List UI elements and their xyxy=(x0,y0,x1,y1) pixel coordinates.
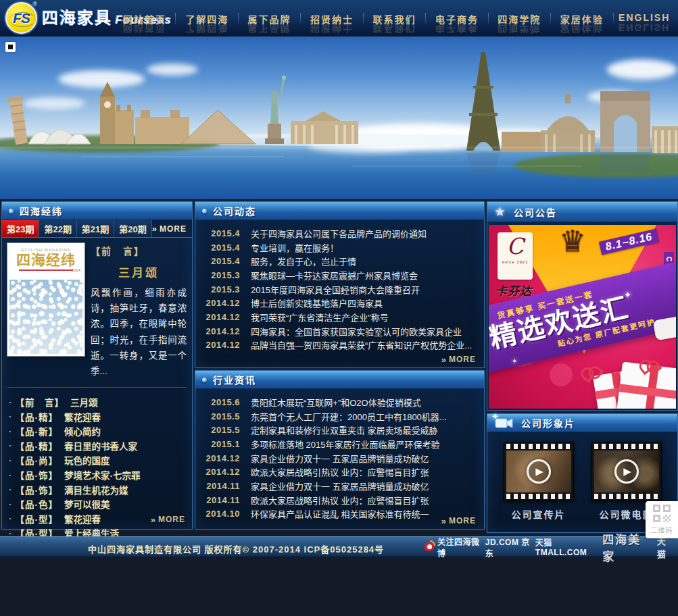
article-item[interactable]: 【品·精】春日里的书香人家 xyxy=(9,438,184,453)
bullet-icon xyxy=(202,378,207,382)
nav-item-home[interactable]: 网站首页网站首页 xyxy=(114,12,175,26)
filmstrip-holes xyxy=(594,444,659,449)
nav-item-contact[interactable]: 联系我们联系我们 xyxy=(364,12,425,26)
video-thumb-promo-film[interactable]: ▶ xyxy=(504,442,574,501)
double-chevron-icon: » xyxy=(441,517,447,525)
throne-chair-icon: ♛ xyxy=(559,225,585,258)
main-nav: 网站首页网站首页 了解四海了解四海 属下品牌属下品牌 招贤纳士招贤纳士 联系我们… xyxy=(114,7,675,34)
cover-title: 四海经纬 xyxy=(9,252,82,267)
company-news-header: 公司动态 xyxy=(195,202,484,220)
company-news-title: 公司动态 xyxy=(213,204,256,217)
news-row[interactable]: 2014.11欧派大家居战略引热议 业内：应警惕盲目扩张 xyxy=(202,493,476,507)
video-thumb-micro-movie[interactable]: ▶ xyxy=(591,442,662,501)
magazine-cover[interactable]: STYLISH MAGAZINE 四海经纬 2014 xyxy=(7,243,84,356)
article-item[interactable]: 【品·饰】梦境艺术家·七宗罪 xyxy=(9,467,184,482)
sparkle-icon: ✦ xyxy=(512,357,517,365)
video-caption-promo: 公司宣传片 xyxy=(504,507,574,521)
news-row[interactable]: 2015.4专业培训，赢在服务！ xyxy=(202,240,476,255)
nav-item-ecommerce[interactable]: 电子商务电子商务 xyxy=(426,12,487,26)
play-icon[interactable]: ▶ xyxy=(614,459,639,484)
news-row[interactable]: 2015.6贵阳红木展玩“互联网+”和O2O体验促销模式 xyxy=(202,395,476,409)
news-row[interactable]: 2015.5东莞首个无人工厂开建：2000员工中有1800机器... xyxy=(202,409,476,424)
filmstrip-holes xyxy=(594,494,659,499)
news-row[interactable]: 2015.5定制家具和装修行业双重夹击 家居卖场最受威胁 xyxy=(202,423,476,437)
tab-issue-21[interactable]: 第21期 xyxy=(77,220,114,237)
banner-placeholder-icon[interactable] xyxy=(5,42,16,52)
footer-links: 关注四海微博 JD.COM 京东 天猫 TMALL.COM 四海美家 天猫 xyxy=(425,537,674,557)
water-reflection xyxy=(600,155,650,172)
article-item[interactable]: 【品·新】倾心简约 xyxy=(9,424,184,439)
sparkle-icon: ✦ xyxy=(491,411,500,421)
colonnade-right xyxy=(652,126,678,153)
news-row[interactable]: 2015.4服务，发自于心，岂止于情 xyxy=(202,254,476,268)
company-news-list: 2015.4关于四海家具公司属下各品牌产品的调价通知 2015.4专业培训，赢在… xyxy=(195,220,484,352)
promo-bubble xyxy=(550,363,573,386)
issue-tabs: 第23期 第22期 第21期 第20期 » MORE xyxy=(2,220,192,238)
top-nav-bar: FS ® 四海家具 Fourseas 网站首页网站首页 了解四海了解四海 属下品… xyxy=(0,0,678,37)
magazine-tabs-more-link[interactable]: » MORE xyxy=(152,220,192,237)
article-item[interactable]: 【品·色】梦可以很美 xyxy=(9,496,184,511)
tmall-store-link[interactable]: 天猫 TMALL.COM xyxy=(535,536,602,557)
copyright-text: 中山四海家具制造有限公司 版权所有© 2007-2014 ICP备0502528… xyxy=(88,542,384,555)
article-item[interactable]: 【品·精】繁花迎春 xyxy=(9,409,184,424)
logo-name-cn: 四海家具 xyxy=(42,9,112,27)
magazine-panel: 四海经纬 第23期 第22期 第21期 第20期 » MORE STYLISH … xyxy=(1,201,193,530)
preface-body: 风飘作画，细雨亦成诗，抽笋吐牙，春意浓浓。四季，在眼眸中轮回；时光，在手指间流逝… xyxy=(91,285,187,379)
cover-subtitle-rule xyxy=(19,270,73,271)
footer-bar: 中山四海家具制造有限公司 版权所有© 2007-2014 ICP备0502528… xyxy=(0,536,678,558)
cover-year: 2014 xyxy=(72,268,80,272)
industry-news-panel: 行业资讯 2015.6贵阳红木展玩“互联网+”和O2O体验促销模式 2015.5… xyxy=(195,370,485,530)
nav-reflection: ENGLISH xyxy=(614,22,675,33)
weibo-link[interactable]: 关注四海微博 xyxy=(425,536,485,559)
preface-title: 三月颂 xyxy=(91,263,187,280)
news-row[interactable]: 2014.12四海家具：全国首家获国家实验室认可的欧美家具企业 xyxy=(202,324,476,338)
video-thumbnails: ▶ ▶ xyxy=(487,442,677,501)
industry-news-more-link[interactable]: » MORE xyxy=(441,516,476,525)
article-item[interactable]: 【品·尚】玩色的国度 xyxy=(9,453,184,468)
sofa-photo-fragment xyxy=(653,316,676,341)
industry-news-list: 2015.6贵阳红木展玩“互联网+”和O2O体验促销模式 2015.5东莞首个无… xyxy=(195,389,484,521)
video-camera-icon: ✦ xyxy=(494,416,514,430)
news-row[interactable]: 2015.3聚焦眼球—卡芬达家居震撼广州家具博览会 xyxy=(202,268,476,282)
tab-issue-22[interactable]: 第22期 xyxy=(39,220,76,237)
announcement-title: 公司公告 xyxy=(514,205,557,219)
nav-item-careers[interactable]: 招贤纳士招贤纳士 xyxy=(301,12,362,26)
world-landmarks-illustration xyxy=(0,37,678,199)
news-row[interactable]: 2014.12欧派大家居战略引热议 业内：应警惕盲目扩张 xyxy=(202,465,476,479)
magazine-section-title: 四海经纬 xyxy=(20,204,63,217)
promo-banner-ad[interactable]: ♛ C since 1921 卡芬达 8.1~8.16 CARPENTER 货真… xyxy=(489,225,676,409)
bullet-icon xyxy=(9,209,14,213)
nav-item-about[interactable]: 了解四海了解四海 xyxy=(176,12,237,26)
news-row[interactable]: 2014.10环保家具产品认证混乱 相关国家标准有待统一 xyxy=(202,507,476,521)
hero-banner xyxy=(0,37,678,199)
news-row[interactable]: 2014.12品牌当自强—贺四海家具荣获“广东省知识产权优势企业... xyxy=(202,338,476,353)
announcement-panel: ★ 公司公告 ♛ C since 1921 卡芬达 8.1~8.16 CARPE… xyxy=(487,201,678,411)
video-section-title: 公司形象片 xyxy=(521,416,575,430)
news-row[interactable]: 2015.4关于四海家具公司属下各品牌产品的调价通知 xyxy=(202,226,476,240)
news-row[interactable]: 2015.32015年度四海家具全国经销商大会隆重召开 xyxy=(202,282,476,297)
news-row[interactable]: 2014.12我司荣获“广东省清洁生产企业”称号 xyxy=(202,310,476,324)
company-news-more-link[interactable]: » MORE xyxy=(441,355,476,364)
news-row[interactable]: 2014.12家具企业借力双十一 五家居品牌销量成功破亿 xyxy=(202,451,476,465)
magazine-more-link[interactable]: » MORE xyxy=(151,515,185,524)
news-row[interactable]: 2014.11家具企业借力双十一 五家居品牌销量成功破亿 xyxy=(202,479,476,493)
double-chevron-icon: » xyxy=(151,515,156,524)
tab-issue-23[interactable]: 第23期 xyxy=(2,220,39,237)
tab-issue-20[interactable]: 第20期 xyxy=(114,220,151,237)
nav-item-brands[interactable]: 属下品牌属下品牌 xyxy=(239,12,300,26)
nav-item-experience[interactable]: 家居体验家居体验 xyxy=(551,12,612,26)
news-row[interactable]: 2014.12博士后创新实践基地落户四海家具 xyxy=(202,296,476,310)
nav-item-academy[interactable]: 四海学院四海学院 xyxy=(489,12,550,26)
gift-bow xyxy=(580,365,602,378)
article-item[interactable]: 【品·饰】满目生机花为媒 xyxy=(9,482,184,497)
jd-store-link[interactable]: JD.COM 京东 xyxy=(485,536,535,559)
article-item[interactable]: 【前 言】三月颂 xyxy=(9,394,184,409)
fs-globe-logo-icon: FS ® xyxy=(5,2,37,34)
carpenter-brand-logo: C since 1921 xyxy=(498,232,533,280)
play-icon[interactable]: ▶ xyxy=(527,459,551,484)
industry-news-title: 行业资讯 xyxy=(213,373,256,386)
double-chevron-icon: » xyxy=(152,224,158,233)
qr-code-widget[interactable]: 二维码 xyxy=(646,501,678,538)
news-row[interactable]: 2015.1多项标准落地 2015年家居行业面临最严环保考验 xyxy=(202,437,476,451)
nav-item-english[interactable]: ENGLISHENGLISH xyxy=(614,12,675,23)
